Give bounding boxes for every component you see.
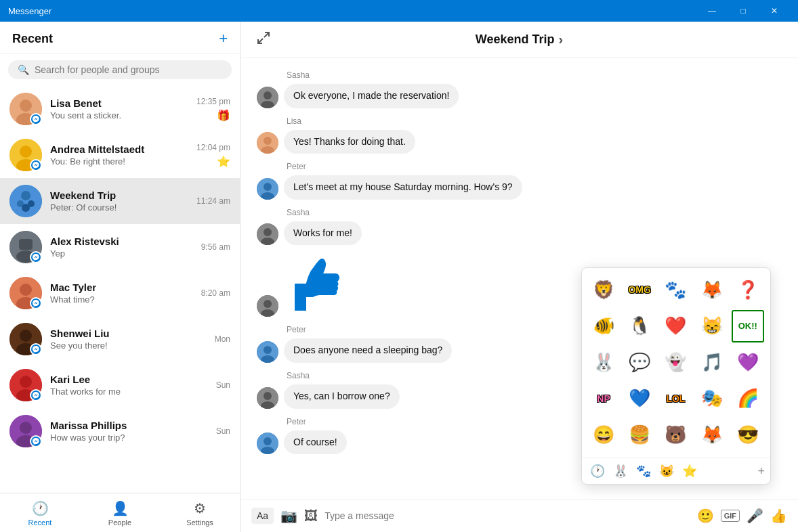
conv-info-marissa: Marissa Phillips How was your trip? [50, 420, 208, 443]
font-button[interactable]: Aa [251, 508, 274, 524]
sticker-smile[interactable]: 😄 [587, 418, 620, 451]
sidebar-header: Recent + [0, 22, 240, 53]
sticker-add-button[interactable]: + [757, 464, 765, 479]
search-input[interactable] [35, 64, 222, 75]
maximize-button[interactable]: □ [728, 0, 759, 22]
sticker-fox[interactable]: 🦁 [587, 273, 620, 306]
nav-settings[interactable]: ⚙ Settings [160, 493, 240, 532]
sticker-bear[interactable]: 🐻 [659, 418, 692, 451]
sticker-penguin[interactable]: 🐧 [623, 310, 656, 342]
sticker-tab-recent[interactable]: 🕐 [587, 461, 608, 481]
sticker-tab-bunny[interactable]: 🐰 [610, 461, 631, 481]
sticker-dots[interactable]: 💬 [623, 346, 656, 378]
sticker-animal[interactable]: 🦊 [696, 273, 728, 306]
msg-group-peter-1: Peter Let's meet at my house Saturday mo… [257, 162, 782, 200]
emoji-icon[interactable]: 🙂 [697, 508, 714, 524]
conv-info-lisa: Lisa Benet You sent a sticker. [50, 97, 188, 120]
window-controls: — □ ✕ [696, 0, 790, 22]
svg-point-4 [20, 146, 32, 158]
conv-meta-mac: 8:20 am [201, 288, 230, 298]
sticker-question[interactable]: ❓ [732, 273, 764, 306]
msg-sender-sasha-2: Sasha [287, 208, 782, 217]
conv-name-shenwei: Shenwei Liu [50, 328, 207, 339]
app-body: Recent + 🔍 Lisa Benet You s [0, 22, 798, 532]
image-icon[interactable]: 🖼 [304, 508, 318, 524]
conv-item-shenwei[interactable]: Shenwei Liu See you there! Mon [0, 316, 240, 362]
sticker-fish[interactable]: 🐠 [587, 310, 620, 342]
settings-icon: ⚙ [194, 500, 206, 516]
search-bar[interactable]: 🔍 [8, 60, 232, 79]
conv-item-andrea[interactable]: Andrea Mittelstaedt You: Be right there!… [0, 132, 240, 178]
sticker-cool[interactable]: 😎 [732, 418, 764, 451]
sticker-purple[interactable]: 💜 [732, 346, 764, 378]
avatar-peter-1 [257, 178, 278, 200]
conv-name-kari: Kari Lee [50, 374, 208, 385]
sticker-tab-animal[interactable]: 🐾 [633, 461, 654, 481]
sticker-lol[interactable]: LOL [659, 382, 692, 415]
conv-item-alex[interactable]: Alex Ristevski Yep 9:56 am [0, 224, 240, 270]
messenger-badge-marissa [30, 435, 42, 447]
conv-item-weekend-trip[interactable]: Weekend Trip Peter: Of course! 11:24 am [0, 178, 240, 224]
conv-time-mac: 8:20 am [201, 288, 230, 298]
nav-people[interactable]: 👤 People [80, 493, 160, 532]
msg-bubble-peter-1: Let's meet at my house Saturday morning.… [284, 175, 522, 200]
msg-group-sasha-1: Sasha Ok everyone, I made the reservatio… [257, 70, 782, 108]
conv-item-lisa-benet[interactable]: Lisa Benet You sent a sticker. 12:35 pm … [0, 86, 240, 132]
sticker-mask[interactable]: 🎭 [696, 382, 728, 415]
sticker-bunny[interactable]: 🐰 [587, 346, 620, 378]
titlebar: Messenger — □ ✕ [0, 0, 798, 22]
sticker-ok[interactable]: OK!! [732, 310, 764, 342]
messenger-badge-kari [30, 389, 42, 401]
svg-point-41 [264, 300, 272, 308]
conv-item-kari[interactable]: Kari Lee That works for me Sun [0, 362, 240, 408]
mic-icon[interactable]: 🎤 [747, 508, 763, 524]
sticker-tab-star[interactable]: ⭐ [679, 461, 700, 481]
conv-info-alex: Alex Ristevski Yep [50, 236, 193, 259]
svg-rect-12 [19, 239, 33, 250]
sticker-heart[interactable]: ❤️ [659, 310, 692, 342]
camera-icon[interactable]: 📷 [280, 508, 297, 524]
thumbs-up-icon[interactable]: 👍 [770, 508, 787, 524]
conv-preview-andrea: You: Be right there! [50, 156, 188, 167]
nav-settings-label: Settings [186, 518, 213, 527]
svg-point-24 [20, 422, 32, 434]
minimize-button[interactable]: — [696, 0, 728, 22]
sticker-burger[interactable]: 🍔 [623, 418, 656, 451]
chat-input-area: Aa 📷 🖼 🙂 GIF 🎤 👍 [240, 499, 798, 532]
msg-sender-lisa-1: Lisa [287, 116, 782, 126]
avatar-wrap-alex [9, 231, 42, 263]
nav-recent-label: Recent [28, 518, 52, 527]
gif-button[interactable]: GIF [721, 510, 740, 522]
conv-preview-lisa: You sent a sticker. [50, 110, 188, 120]
conv-preview-alex: Yep [50, 248, 193, 259]
sticker-omg[interactable]: OMG [623, 273, 656, 306]
message-input[interactable] [324, 506, 690, 525]
svg-point-6 [9, 185, 42, 217]
sticker-rainbow[interactable]: 🌈 [732, 382, 764, 415]
svg-line-27 [258, 39, 263, 43]
conv-emoji-lisa: 🎁 [217, 109, 230, 122]
sticker-cat[interactable]: 😸 [696, 310, 728, 342]
nav-people-label: People [108, 518, 131, 527]
recent-icon: 🕐 [32, 500, 49, 516]
conv-preview-shenwei: See you there! [50, 340, 207, 351]
svg-point-50 [264, 437, 272, 445]
conv-name-alex: Alex Ristevski [50, 236, 193, 247]
sticker-tab-cat[interactable]: 😺 [656, 461, 677, 481]
messenger-badge-alex [30, 251, 42, 263]
sticker-ghost[interactable]: 👻 [659, 346, 692, 378]
sticker-music[interactable]: 🎵 [696, 346, 728, 378]
nav-recent[interactable]: 🕐 Recent [0, 493, 80, 532]
chat-title: Weekend Trip › [476, 32, 563, 47]
conv-item-mac[interactable]: Mac Tyler What time? 8:20 am [0, 270, 240, 316]
new-chat-button[interactable]: + [219, 31, 228, 46]
expand-icon[interactable] [257, 31, 270, 48]
sticker-np[interactable]: NP [587, 382, 620, 415]
close-button[interactable]: ✕ [759, 0, 790, 22]
sticker-fox2[interactable]: 🦊 [696, 418, 728, 451]
sticker-blue[interactable]: 💙 [623, 382, 656, 415]
chat-title-chevron[interactable]: › [559, 32, 564, 47]
conv-item-marissa[interactable]: Marissa Phillips How was your trip? Sun [0, 408, 240, 454]
msg-bubble-sasha-1: Ok everyone, I made the reservation! [284, 84, 459, 108]
sticker-paw[interactable]: 🐾 [659, 273, 692, 306]
